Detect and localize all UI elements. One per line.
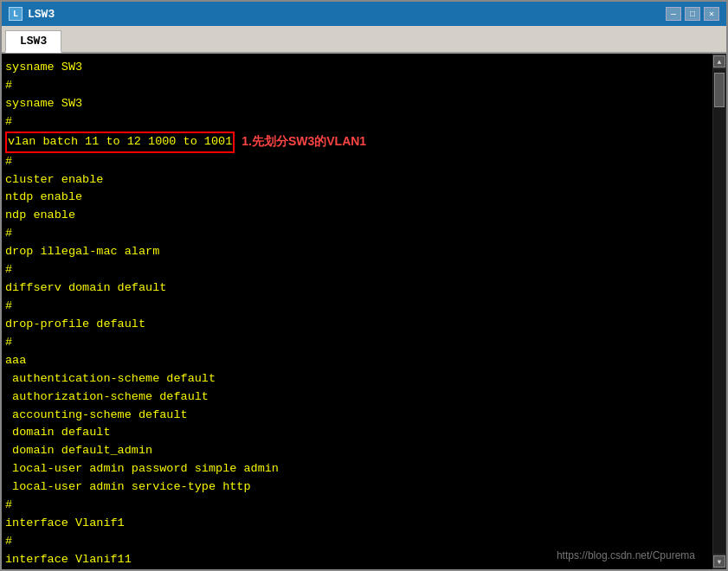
vlan-batch-cmd: vlan batch 11 to 12 1000 to 1001 [5,132,235,153]
minimize-button[interactable]: — [666,7,681,21]
scroll-track[interactable] [713,69,725,554]
scroll-thumb[interactable] [714,73,725,107]
tab-lsw3[interactable]: LSW3 [5,30,61,53]
line-local-user-svc: local-user admin service-type http [5,478,709,497]
line-hash5: # [5,261,709,279]
line-hash7: # [5,334,709,352]
close-button[interactable]: ✕ [704,7,719,21]
annotation-1: 1.先划分SW3的VLAN1 [242,132,366,151]
maximize-button[interactable]: □ [685,7,700,21]
window-title: LSW3 [28,8,666,21]
app-icon: L [9,7,23,21]
terminal-content[interactable]: sysname SW3 # sysname SW3 # vlan batch 1… [2,54,712,569]
scrollbar[interactable]: ▲ ▼ [712,54,726,569]
line-vlan-batch: vlan batch 11 to 12 1000 to 1001 1.先划分SW… [5,132,709,153]
line-account-scheme: accounting-scheme default [5,407,709,425]
line-domain-admin: domain default_admin [5,442,709,460]
line-diffserv: diffserv domain default [5,279,709,298]
line-hash6: # [5,298,709,316]
line-hash4: # [5,225,709,243]
line-ntdp: ntdp enable [5,189,709,207]
line-drop-profile: drop-profile default [5,316,709,334]
window-frame: L LSW3 — □ ✕ LSW3 sysname SW3 # sysname … [0,0,728,571]
watermark: https://blog.csdn.net/Cpurema [557,548,695,564]
scroll-down-button[interactable]: ▼ [713,555,725,568]
terminal-area: sysname SW3 # sysname SW3 # vlan batch 1… [2,54,726,569]
line-iface-vlanif1: interface Vlanif1 [5,515,709,533]
line-hash3: # [5,153,709,171]
line-drop-illegal: drop illegal-mac alarm [5,243,709,261]
tab-bar: LSW3 [2,26,726,54]
line-sysname: sysname SW3 [5,95,709,113]
line-ndp: ndp enable [5,207,709,225]
line-auth-scheme: authentication-scheme default [5,370,709,388]
window-controls: — □ ✕ [666,7,719,21]
line-hash2: # [5,113,709,132]
line-cluster: cluster enable [5,171,709,189]
line-hash1: # [5,77,709,95]
scroll-up-button[interactable]: ▲ [713,55,725,67]
top-partial-line: sysname SW3 [5,59,709,77]
line-aaa: aaa [5,352,709,370]
line-local-user-pwd: local-user admin password simple admin [5,460,709,478]
line-domain-default: domain default [5,424,709,442]
title-bar: L LSW3 — □ ✕ [2,2,726,26]
line-hash8: # [5,497,709,515]
line-author-scheme: authorization-scheme default [5,388,709,407]
